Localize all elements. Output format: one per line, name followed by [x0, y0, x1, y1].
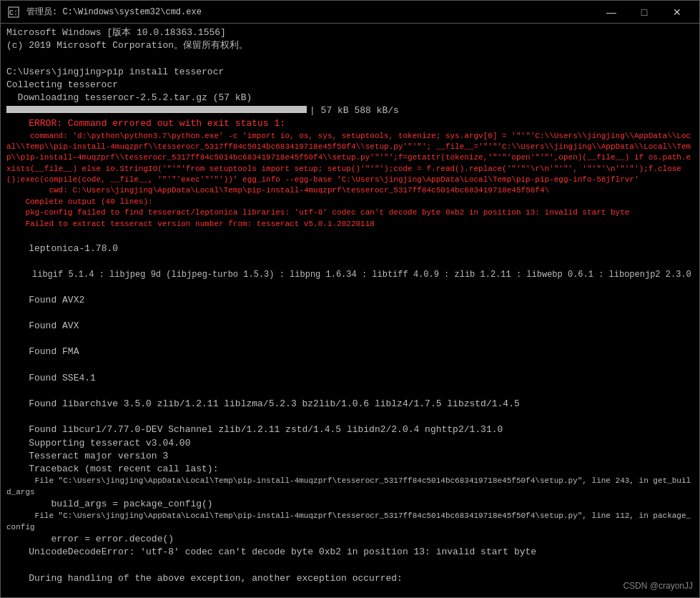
fma-line: Found FMA — [6, 345, 694, 358]
window-controls: — □ ✕ — [595, 1, 694, 24]
blank-10 — [6, 585, 694, 597]
line-5: Collecting tesserocr — [6, 79, 694, 92]
blank-1 — [6, 230, 694, 242]
blank-5 — [6, 333, 694, 345]
error-line-6: Failed to extract tesseract version numb… — [6, 219, 694, 230]
window-title: 管理员: C:\Windows\system32\cmd.exe — [26, 6, 595, 18]
line-1: Microsoft Windows [版本 10.0.18363.1556] — [6, 26, 694, 39]
avx-line: Found AVX — [6, 320, 694, 333]
line-3 — [6, 52, 694, 65]
cmd-window: C:\ 管理员: C:\Windows\system32\cmd.exe — □… — [0, 0, 700, 598]
tesseract-major-line: Tesseract major version 3 — [6, 450, 694, 463]
error-line-1: ERROR: Command errored out with exit sta… — [6, 117, 694, 130]
line-6: Downloading tesserocr-2.5.2.tar.gz (57 k… — [6, 92, 694, 104]
traceback-1: Traceback (most recent call last): — [6, 463, 694, 476]
svg-text:C:\: C:\ — [9, 9, 19, 17]
progress-text: | 57 kB 588 kB/s — [310, 104, 399, 117]
titlebar: C:\ 管理员: C:\Windows\system32\cmd.exe — □… — [1, 1, 699, 24]
progress-line: | 57 kB 588 kB/s — [6, 104, 694, 117]
avx2-line: Found AVX2 — [6, 294, 694, 307]
traceback-2: File "C:\Users\jingjing\AppData\Local\Te… — [6, 476, 694, 498]
libarchive-line: Found libarchive 3.5.0 zlib/1.2.11 liblz… — [6, 398, 694, 411]
traceback-3: build_args = package_config() — [6, 498, 694, 511]
maximize-button[interactable]: □ — [628, 1, 661, 24]
terminal-content: Microsoft Windows [版本 10.0.18363.1556] (… — [1, 24, 699, 597]
unicode-error-line: UnicodeDecodeError: 'utf-8' codec can't … — [6, 546, 694, 559]
error-line-2: command: 'd:\python\python3.7\python.exe… — [6, 131, 694, 186]
tesseract-support-line: Supporting tesseract v3.04.00 — [6, 437, 694, 450]
lib-line: libgif 5.1.4 : libjpeg 9d (libjpeg-turbo… — [6, 269, 694, 281]
line-4: C:\Users\jingjing>pip install tesserocr — [6, 66, 694, 79]
handling-line: During handling of the above exception, … — [6, 572, 694, 585]
line-2: (c) 2019 Microsoft Corporation。保留所有权利。 — [6, 39, 694, 52]
blank-7 — [6, 385, 694, 398]
blank-9 — [6, 559, 694, 572]
sse-line: Found SSE4.1 — [6, 372, 694, 385]
blank-2 — [6, 255, 694, 268]
progress-fill — [6, 104, 307, 117]
blank-3 — [6, 280, 694, 293]
traceback-4: File "C:\Users\jingjing\AppData\Local\Te… — [6, 511, 694, 533]
blank-6 — [6, 359, 694, 372]
blank-8 — [6, 411, 694, 423]
error-line-5: pkg-config failed to find tesseract/lept… — [6, 207, 694, 218]
close-button[interactable]: ✕ — [661, 1, 694, 24]
libcurl-line: Found libcurl/7.77.0-DEV Schannel zlib/1… — [6, 423, 694, 436]
minimize-button[interactable]: — — [595, 1, 628, 24]
error-line-3: cwd: C:\Users\jingjing\AppData\Local\Tem… — [6, 185, 694, 196]
traceback-5: error = error.decode() — [6, 533, 694, 546]
blank-4 — [6, 307, 694, 320]
error-line-4: Complete output (40 lines): — [6, 197, 694, 207]
window-icon: C:\ — [6, 5, 21, 19]
watermark: CSDN @crayonJJ — [623, 581, 693, 591]
leptonica-line: leptonica-1.78.0 — [6, 242, 694, 255]
